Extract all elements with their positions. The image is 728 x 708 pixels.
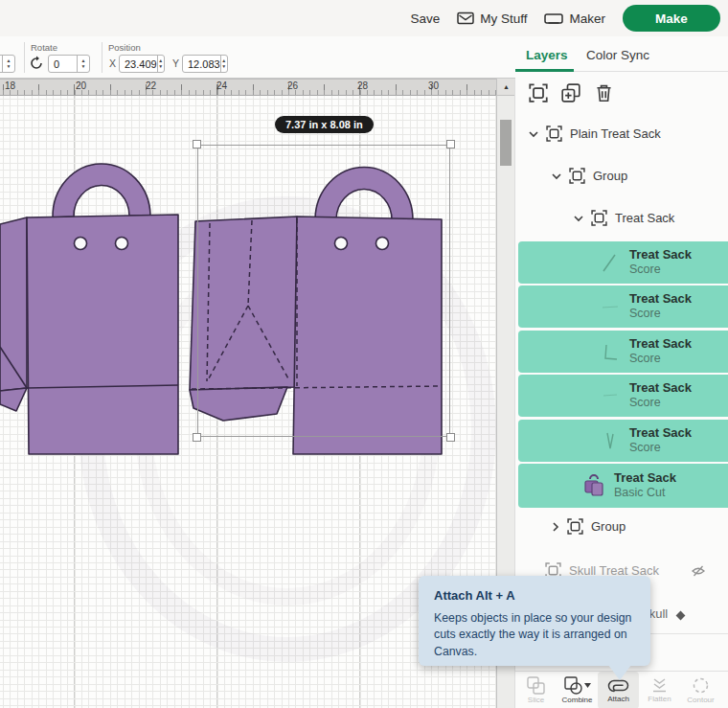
score-line-thumbnail xyxy=(597,292,624,321)
score-line-thumbnail xyxy=(597,426,624,455)
ruler-tick: 20 xyxy=(76,80,86,91)
group-icon xyxy=(591,210,607,226)
scrollbar-up-arrow[interactable]: ▲ xyxy=(497,79,515,96)
slice-button[interactable]: Slice xyxy=(515,672,557,708)
ruler-tick: 24 xyxy=(216,80,227,91)
group-icon xyxy=(546,126,562,142)
trash-button[interactable] xyxy=(593,82,614,103)
chevron-down-icon[interactable] xyxy=(552,172,561,180)
chevron-down-icon[interactable] xyxy=(574,215,583,222)
layer-row-score-3[interactable]: Treat SackScore xyxy=(518,331,728,373)
sack-handle xyxy=(53,164,150,217)
treat-sack-left[interactable] xyxy=(0,164,178,454)
horizontal-ruler: 18 20 22 24 26 28 30 xyxy=(0,79,496,96)
layer-title: Treat Sack xyxy=(629,247,692,263)
purple-sack-thumbnail xyxy=(581,471,608,500)
ruler-tick: 18 xyxy=(5,80,15,91)
layer-title: Treat Sack xyxy=(629,336,692,352)
layer-tree-item-plain-treat-sack[interactable]: Plain Treat Sack xyxy=(529,126,661,142)
selection-handle-top-right[interactable] xyxy=(446,140,455,148)
flatten-label: Flatten xyxy=(648,695,671,703)
sack-side-panel xyxy=(0,217,27,391)
ruler-tick: 22 xyxy=(146,80,156,91)
layer-title: Treat Sack xyxy=(629,425,692,441)
rotate-stepper[interactable]: ▲▼ xyxy=(77,56,89,72)
edit-toolbar: ▲▼ Rotate 0 ▲▼ Position X 23.409 ▲▼ Y 12… xyxy=(0,36,515,79)
chevron-right-icon[interactable] xyxy=(552,522,559,532)
rotate-input[interactable]: 0 ▲▼ xyxy=(48,55,90,73)
flatten-button[interactable]: Flatten xyxy=(639,672,680,708)
position-y-value: 12.083 xyxy=(183,58,220,70)
layer-title: Treat Sack xyxy=(614,470,676,486)
layer-tree-item-group[interactable]: Group xyxy=(552,168,627,184)
scrollbar-thumb[interactable] xyxy=(500,120,512,166)
score-line-thumbnail xyxy=(597,248,624,277)
contour-button[interactable]: Contour xyxy=(680,672,721,708)
group-icon xyxy=(567,518,583,535)
sack-body xyxy=(27,215,178,454)
maker-machine-button[interactable]: Maker xyxy=(544,11,605,26)
layer-tree-item-group-collapsed[interactable]: Group xyxy=(552,518,626,535)
layer-row-basic-cut[interactable]: Treat SackBasic Cut xyxy=(518,464,728,508)
layer-subtitle: Score xyxy=(629,352,692,367)
rotate-section-label: Rotate xyxy=(31,42,57,53)
position-y-stepper[interactable]: ▲▼ xyxy=(220,56,227,72)
layer-label: Group xyxy=(593,169,627,183)
tab-layers[interactable]: Layers xyxy=(526,48,568,62)
contour-icon xyxy=(692,676,710,695)
position-x-input[interactable]: 23.409 ▲▼ xyxy=(119,55,165,73)
stepper-arrows[interactable]: ▲▼ xyxy=(2,56,14,72)
layer-tree-item-treat-sack[interactable]: Treat Sack xyxy=(574,210,674,226)
rotate-icon[interactable] xyxy=(29,56,44,71)
my-stuff-label: My Stuff xyxy=(480,11,527,26)
layer-label: Group xyxy=(591,519,626,534)
position-x-stepper[interactable]: ▲▼ xyxy=(157,56,164,72)
combine-button[interactable]: Combine xyxy=(557,672,598,708)
attach-label: Attach xyxy=(607,695,629,703)
my-stuff-button[interactable]: My Stuff xyxy=(457,11,527,26)
slice-label: Slice xyxy=(528,696,544,704)
selection-handle-bottom-right[interactable] xyxy=(446,433,455,442)
make-button[interactable]: Make xyxy=(623,5,720,32)
group-button[interactable] xyxy=(528,82,549,103)
top-bar: Save My Stuff Maker Make xyxy=(0,0,728,36)
contour-label: Contour xyxy=(687,696,714,704)
save-button[interactable]: Save xyxy=(410,11,440,26)
position-y-input[interactable]: 12.083 ▲▼ xyxy=(182,55,228,73)
selection-handle-top-left[interactable] xyxy=(193,140,201,148)
duplicate-button[interactable] xyxy=(560,82,581,103)
size-stepper-clipped[interactable]: ▲▼ xyxy=(0,55,15,73)
y-label: Y xyxy=(172,57,179,69)
layer-row-score-2[interactable]: Treat SackScore xyxy=(518,285,728,328)
combine-label: Combine xyxy=(561,696,592,704)
flatten-icon xyxy=(650,677,669,694)
layer-row-score-5[interactable]: Treat SackScore xyxy=(518,420,728,462)
position-section-label: Position xyxy=(108,42,141,53)
maker-label: Maker xyxy=(569,11,605,26)
layer-subtitle: Score xyxy=(629,263,692,278)
selection-handle-bottom-left[interactable] xyxy=(193,433,201,442)
score-line-thumbnail xyxy=(597,337,624,366)
combine-icon xyxy=(564,676,582,695)
handle-hole xyxy=(75,238,87,250)
rotate-value: 0 xyxy=(49,58,77,70)
score-line-thumbnail xyxy=(597,381,624,410)
group-icon xyxy=(569,168,585,184)
layer-title: Treat Sack xyxy=(629,291,692,307)
sack-bottom-flap xyxy=(0,388,27,411)
eye-off-icon[interactable] xyxy=(691,564,706,578)
tooltip-tail xyxy=(608,665,631,680)
tab-color-sync[interactable]: Color Sync xyxy=(586,48,649,62)
layer-row-score-1[interactable]: Treat SackScore xyxy=(518,241,728,284)
layer-subtitle: Score xyxy=(629,441,692,456)
layer-subtitle: Score xyxy=(629,396,692,411)
ruler-tick: 28 xyxy=(357,80,368,91)
ruler-tick: 30 xyxy=(428,80,439,91)
maker-machine-icon xyxy=(544,11,563,26)
slice-icon xyxy=(527,676,545,695)
chevron-down-icon[interactable] xyxy=(529,130,538,138)
layer-row-score-4[interactable]: Treat SackScore xyxy=(518,375,728,417)
handle-hole xyxy=(116,238,128,250)
attach-tooltip: Attach Alt + A Keeps objects in place so… xyxy=(419,576,650,666)
selection-bounding-box[interactable] xyxy=(197,145,450,437)
